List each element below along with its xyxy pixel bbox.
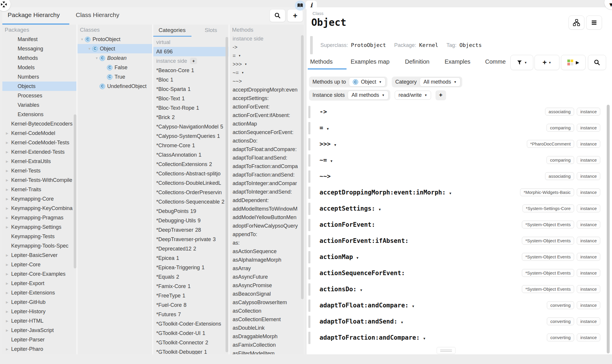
package-list-item[interactable]: ▶ Keymapping-Tests <box>2 232 76 241</box>
category-list-item[interactable]: *DeepTraverser 28 + <box>153 225 228 235</box>
status-badge[interactable]: instance <box>577 156 600 164</box>
method-row[interactable]: adaptToFloat:andCompare:▼ converting ins… <box>307 298 612 314</box>
class-tree-item[interactable]: ▼ C Boolean <box>78 53 152 63</box>
package-list-item[interactable]: ▶ Keymapping-Settings <box>2 222 76 232</box>
status-badge[interactable]: instance <box>577 188 600 196</box>
status-badge[interactable]: *System-Object Events <box>522 237 574 245</box>
status-badge[interactable]: *System-Settings-Core <box>522 204 574 212</box>
tab-categories[interactable]: Categories <box>159 27 186 33</box>
collapse-triangle-icon[interactable]: ▼ <box>80 35 85 44</box>
row-drag-bar[interactable] <box>308 154 310 167</box>
row-drag-bar[interactable] <box>308 267 310 280</box>
class-tree-item[interactable]: ▼ C True <box>78 72 152 82</box>
tab-methods[interactable]: Methods <box>310 58 333 65</box>
package-list-item[interactable]: ▶ Numbers <box>2 72 76 82</box>
panel-menu-button[interactable] <box>586 16 602 30</box>
chevron-down-icon[interactable]: ▼ <box>378 208 381 211</box>
examples-map-button[interactable]: ▶ <box>561 55 586 70</box>
status-badge[interactable]: instance <box>577 221 600 228</box>
method-list-item[interactable]: as: ▼ <box>230 239 304 247</box>
method-list-item[interactable]: adaptToFloat:andCompare: ▼ <box>230 145 304 154</box>
method-list-item[interactable]: asActionSequence ▼ <box>230 247 304 256</box>
method-list-item[interactable]: adaptToFloat:andSend: ▼ <box>230 154 304 162</box>
tab-package-hierarchy[interactable]: Package Hierarchy <box>8 11 60 18</box>
category-list-item[interactable]: *Bloc 1 + <box>153 75 228 84</box>
chevron-down-icon[interactable]: ▼ <box>449 192 452 195</box>
status-badge[interactable]: *System-Object Events <box>522 253 574 261</box>
method-list-item[interactable]: asArray ▼ <box>230 264 304 273</box>
packages-scrollbar[interactable] <box>74 114 76 268</box>
status-badge[interactable]: instance <box>577 108 600 116</box>
methods-scrollbar[interactable] <box>301 35 304 299</box>
status-badge[interactable]: instance <box>577 269 600 277</box>
status-badge[interactable]: *System-Object Events <box>522 221 574 228</box>
categories-scrollbar[interactable] <box>226 37 228 352</box>
method-row[interactable]: ~~>▼ associating instance <box>307 169 612 185</box>
method-list-item[interactable]: addModelItemsToWindowM ▼ <box>230 205 304 213</box>
package-list-item[interactable]: ▶ Lepiter-Extensions <box>2 288 76 297</box>
status-badge[interactable]: associating <box>545 172 574 180</box>
chevron-down-icon[interactable]: ▼ <box>238 52 241 60</box>
method-row[interactable]: ->▼ associating instance <box>307 104 612 120</box>
package-list-item[interactable]: ▶ Keymapping-KeyCombina <box>2 204 76 213</box>
row-drag-bar[interactable] <box>308 219 310 231</box>
category-list-item[interactable]: *GToolkit-Coder-UI 1 + <box>153 329 228 338</box>
row-drag-bar[interactable] <box>308 332 310 344</box>
category-list-item[interactable]: *Collections-DoubleLinkedL + <box>153 178 228 188</box>
chevron-down-icon[interactable]: ▼ <box>356 256 359 260</box>
tab-examples-map[interactable]: Examples map <box>351 58 389 65</box>
tab-comment[interactable]: Comme <box>485 58 510 65</box>
method-list-item[interactable]: ~= ▼ <box>230 69 304 77</box>
status-badge[interactable]: converting <box>547 333 574 341</box>
chevron-down-icon[interactable]: ▼ <box>359 288 363 292</box>
category-list-item[interactable]: *Bloc-Sparta 1 + <box>153 84 228 94</box>
class-tree-item[interactable]: ▼ C ProtoObject <box>78 35 152 44</box>
tab-examples[interactable]: Examples <box>445 58 470 65</box>
method-list-item[interactable]: = ▼ <box>230 52 304 60</box>
status-badge[interactable]: instance <box>577 317 600 325</box>
method-list-item[interactable]: acceptSettings: ▼ <box>230 94 304 103</box>
method-row[interactable]: actionMap▼ *System-Object Events instanc… <box>307 249 612 265</box>
access-dropdown[interactable]: read/write ▼ <box>395 91 431 100</box>
status-badge[interactable]: instance <box>577 237 600 245</box>
category-list-item[interactable]: *Calypso-NavigationModel 5 + <box>153 122 228 131</box>
status-badge[interactable]: instance <box>577 140 600 148</box>
method-list-item[interactable]: asAlphaImageMorph ▼ <box>230 256 304 264</box>
add-button[interactable]: + <box>287 9 303 22</box>
package-list-item[interactable]: ▶ Kernel-BytecodeEncoders <box>2 119 76 128</box>
status-badge[interactable]: instance <box>577 124 600 132</box>
package-list-item[interactable]: ▶ Lepiter-Pharo <box>2 344 76 354</box>
method-list-item[interactable]: asAsyncPromise ▼ <box>230 281 304 290</box>
method-row[interactable]: acceptSettings:▼ *System-Settings-Core i… <box>307 201 612 217</box>
category-list-item[interactable]: *Equals 2 + <box>153 272 228 282</box>
row-drag-bar[interactable] <box>308 283 310 296</box>
package-list-item[interactable]: ▶ Methods <box>2 53 76 63</box>
package-list-item[interactable]: ▶ Keymapping-Tools-Spec <box>2 241 76 250</box>
chevron-down-icon[interactable]: ▼ <box>241 69 244 77</box>
method-row[interactable]: actionForEvent:ifAbsent:▼ *System-Object… <box>307 233 612 249</box>
collapse-triangle-icon[interactable]: ▼ <box>88 44 92 53</box>
collapse-triangle-icon[interactable]: ▼ <box>95 53 100 63</box>
tab-slots[interactable]: Slots <box>205 27 217 33</box>
chevron-down-icon[interactable]: ▼ <box>330 159 333 163</box>
method-list-item[interactable]: addDependent: ▼ <box>230 196 304 205</box>
method-list-item[interactable]: asDraggableMorph ▼ <box>230 332 304 341</box>
package-list-item[interactable]: ▶ Lepiter-Playground <box>2 354 76 354</box>
class-tree-item[interactable]: ▼ C Object <box>78 44 152 53</box>
category-list-item[interactable]: *GToolkit-Debugger 1 + <box>153 347 228 354</box>
package-list-item[interactable]: ▶ Kernel-Tests-WithCompile <box>2 175 76 185</box>
status-badge[interactable]: converting <box>547 301 574 309</box>
hierarchy-view-button[interactable] <box>569 16 584 30</box>
category-list-item[interactable]: *GToolkit-Coder-Extensions + <box>153 319 228 329</box>
package-list-item[interactable]: ▶ Kernel-CodeModel <box>2 128 76 138</box>
category-dropdown[interactable]: All methods ▼ <box>420 77 460 87</box>
add-slot-filter-button[interactable]: + <box>436 90 446 100</box>
info-tab[interactable]: i <box>306 1 317 9</box>
package-list-item[interactable]: ▶ Manifest <box>2 35 76 44</box>
instance-slots-dropdown[interactable]: All methods ▼ <box>348 91 389 100</box>
status-badge[interactable]: instance <box>577 285 600 293</box>
methods-up-to-dropdown[interactable]: C Object ▼ <box>349 77 386 87</box>
method-list-item[interactable]: addModelYellowButtonMen ▼ <box>230 213 304 222</box>
method-row[interactable]: actionForEvent:▼ *System-Object Events i… <box>307 217 612 233</box>
category-list-item[interactable]: *Collections-Sequenceable 2 + <box>153 197 228 206</box>
